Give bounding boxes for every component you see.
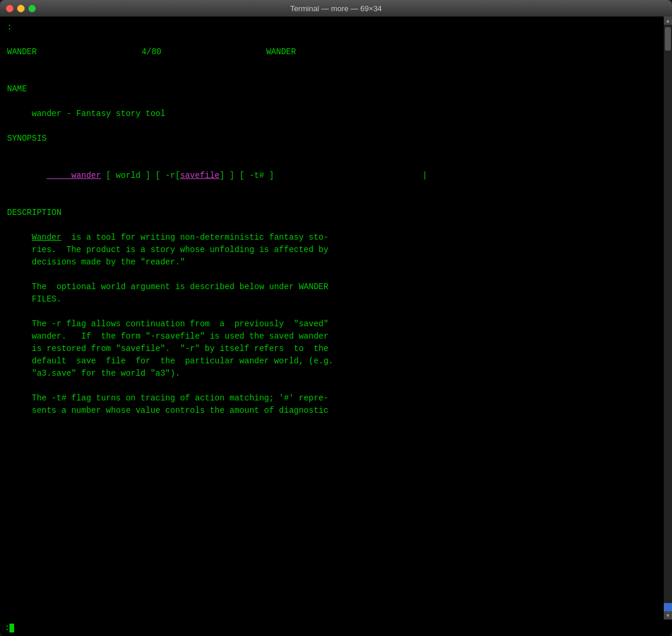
scroll-up-arrow[interactable]: ▲ (664, 16, 672, 25)
scrollbar-thumb[interactable] (665, 27, 671, 51)
desc-p2-l1: The optional world argument is described… (7, 281, 657, 293)
bottom-bar: : (0, 620, 672, 636)
blank-line-5 (7, 120, 657, 132)
terminal-content[interactable]: : WANDER4/80WANDER NAME wander - Fantasy… (0, 16, 664, 620)
bottom-prompt: : (5, 623, 9, 632)
section-description: DESCRIPTION (7, 207, 657, 219)
desc-p3-l5: "a3.save" for the world "a3"). (7, 367, 657, 380)
desc-p3-l3: is restored from "savefile". "-r" by its… (7, 343, 657, 355)
header-left: WANDER (7, 47, 36, 57)
header-right: WANDER (266, 47, 295, 57)
blank-line-11 (7, 380, 657, 392)
name-desc: wander - Fantasy story tool (7, 108, 657, 120)
section-synopsis: SYNOPSIS (7, 132, 657, 145)
scrollbar-track[interactable] (664, 25, 672, 603)
desc-p1-l2: ries. The product is a story whose unfol… (7, 244, 657, 256)
blank-line-2 (7, 58, 657, 71)
blank-line-9 (7, 269, 657, 281)
desc-p4-l1: The -t# flag turns on tracing of action … (7, 392, 657, 405)
initial-prompt: : (7, 21, 657, 34)
desc-p3-l4: default save file for the particular wan… (7, 355, 657, 367)
terminal-window: Terminal — more — 69×34 : WANDER4/80WAND… (0, 0, 672, 636)
window-title: Terminal — more — 69×34 (290, 4, 382, 13)
desc-p1-l1: Wander is a tool for writing non-determi… (7, 231, 657, 244)
maximize-button[interactable] (28, 5, 36, 12)
blank-line-4 (7, 95, 657, 108)
wander-underline: Wander (32, 233, 61, 242)
scroll-down-arrow[interactable]: ▼ (664, 611, 672, 620)
synopsis-args: [ world ] [ -r[ (101, 171, 180, 180)
desc-p3-l2: wander. If the form "-rsavefile" is used… (7, 330, 657, 343)
window-controls[interactable] (6, 5, 36, 12)
synopsis-command: wander [ world ] [ -r[savefile] ] [ -t# … (7, 157, 657, 194)
close-button[interactable] (6, 5, 14, 12)
section-name: NAME (7, 83, 657, 95)
scroll-indicator (664, 603, 672, 611)
header-center: 4/80 (36, 46, 266, 58)
scrollbar[interactable]: ▲ ▼ (664, 16, 672, 620)
desc-p1-l3: decisions made by the "reader." (7, 256, 657, 269)
minimize-button[interactable] (17, 5, 25, 12)
header-line: WANDER4/80WANDER (7, 46, 657, 58)
blank-line-3 (7, 71, 657, 83)
blank-line-8 (7, 219, 657, 231)
synopsis-args2: ] ] [ -t# ] | (219, 171, 427, 180)
desc-p3-l1: The -r flag allows continuation from a p… (7, 318, 657, 330)
blank-line-7 (7, 194, 657, 207)
bottom-cursor (9, 624, 14, 632)
blank-line-1 (7, 34, 657, 46)
blank-line-10 (7, 306, 657, 318)
blank-line-6 (7, 145, 657, 157)
title-bar: Terminal — more — 69×34 (0, 0, 672, 16)
wander-cmd: wander (46, 171, 101, 180)
savefile-arg: savefile (180, 171, 219, 180)
desc-p4-l2: sents a number whose value controls the … (7, 405, 657, 417)
desc-p2-l2: FILES. (7, 293, 657, 306)
terminal-body: : WANDER4/80WANDER NAME wander - Fantasy… (0, 16, 672, 620)
